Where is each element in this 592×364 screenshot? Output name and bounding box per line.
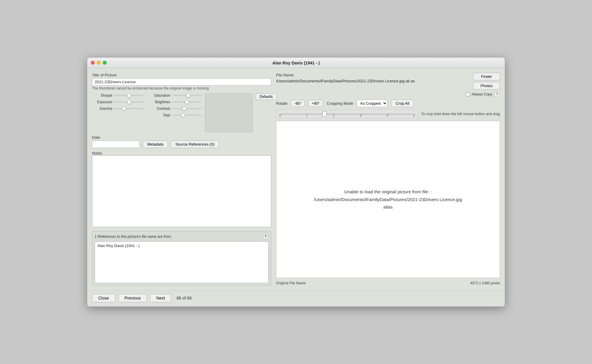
left-panel: Title of Picture The thumbnail cannot be…: [92, 73, 271, 286]
finder-button[interactable]: Finder: [473, 73, 500, 80]
file-path: /Users/admin/Documents/iFamilyData/Pictu…: [276, 78, 463, 84]
page-info: 86 of 86: [177, 296, 192, 300]
tick-4: 4: [387, 114, 388, 117]
date-section: Date Metadata Source References (0): [92, 135, 271, 148]
metadata-button[interactable]: Metadata: [143, 141, 168, 148]
photos-button[interactable]: Photos: [473, 82, 500, 90]
references-list: Alan Roy Davis (1941 - ): [95, 241, 269, 283]
notes-section: Notes: [92, 151, 271, 228]
notes-label: Notes: [92, 151, 271, 155]
title-of-picture-section: Title of Picture The thumbnail cannot be…: [92, 73, 271, 90]
tick-1: 1: [306, 114, 308, 117]
sepi-slider[interactable]: [172, 115, 202, 116]
sliders-thumbnail-area: Sharpe Exposure Gamma: [92, 93, 271, 132]
thumbnail: [205, 93, 253, 132]
always-copy-checkbox[interactable]: [466, 92, 470, 96]
exposure-slider[interactable]: [114, 101, 144, 103]
brightnes-label: Brightnes: [146, 100, 170, 104]
ruler-ticks: 0 1 2 3 4 5: [279, 114, 415, 117]
previous-button[interactable]: Previous: [118, 294, 147, 302]
window-controls: [91, 61, 107, 65]
image-error-message: Unable to load the original picture from…: [314, 188, 462, 211]
references-section: 1 References to this picture's file name…: [92, 231, 271, 286]
rotate-neg-button[interactable]: -90°: [291, 100, 305, 107]
minimize-dot[interactable]: [97, 61, 101, 65]
drag-hint: To crop hold down the left mouse button …: [421, 112, 500, 116]
contrast-slider[interactable]: [172, 108, 202, 109]
date-row: Metadata Source References (0): [92, 141, 271, 148]
defaults-button[interactable]: Defaults: [256, 93, 277, 100]
ruler[interactable]: 0 1 2 3 4 5: [276, 109, 418, 118]
tick-2: 2: [333, 114, 335, 117]
date-input[interactable]: [92, 141, 140, 148]
tick-5: 5: [413, 114, 415, 117]
always-copy-row: Always Copy ?: [466, 91, 500, 97]
crop-all-button[interactable]: Crop All: [391, 100, 414, 107]
sepi-label: Sepi: [146, 113, 170, 117]
gamma-label: Gamma: [92, 107, 112, 111]
reference-item: Alan Roy Davis (1941 - ): [97, 243, 140, 248]
references-help-button[interactable]: ?: [263, 234, 269, 240]
brightnes-slider[interactable]: [172, 101, 202, 103]
exposure-label: Exposure: [92, 100, 112, 104]
crop-mode-select[interactable]: As Cropped: [357, 100, 387, 107]
rotate-crop-controls: Rotate -90° +90° Cropping Mode As Croppe…: [276, 100, 414, 107]
brightnes-row: Brightnes: [146, 100, 202, 104]
saturation-slider[interactable]: [172, 95, 202, 96]
ruler-section: 0 1 2 3 4 5 To crop hold down the left m…: [276, 109, 500, 118]
sliders-wrapper: Sharpe Exposure Gamma: [92, 93, 202, 117]
title-of-picture-label: Title of Picture: [92, 73, 271, 77]
always-copy-label: Always Copy: [472, 92, 492, 96]
next-button[interactable]: Next: [150, 294, 171, 302]
contrast-label: Contrast: [146, 107, 170, 111]
crop-mode-label: Cropping Mode: [327, 101, 353, 106]
file-name-label: File Name: [276, 73, 463, 77]
gamma-slider[interactable]: [114, 108, 144, 109]
right-buttons: Finder Photos Always Copy ?: [466, 73, 500, 97]
tick-3: 3: [360, 114, 361, 117]
thumbnail-warning: The thumbnail cannot be enhanced because…: [92, 86, 271, 90]
gamma-row: Gamma: [92, 107, 144, 111]
maximize-dot[interactable]: [103, 61, 107, 65]
file-name-section: File Name /Users/admin/Documents/iFamily…: [276, 73, 500, 97]
sharpe-slider[interactable]: [114, 95, 144, 96]
always-copy-help-button[interactable]: ?: [494, 91, 500, 97]
footer: Close Previous Next 86 of 86: [87, 291, 505, 306]
rotate-pos-button[interactable]: +90°: [308, 100, 323, 107]
sepi-row: Sepi: [146, 113, 202, 117]
tick-0: 0: [279, 114, 281, 117]
original-file-name-label: Original File Name: [276, 281, 306, 285]
notes-textarea[interactable]: [92, 155, 271, 227]
main-window: Alan Roy Davis (1941 - ) Title of Pictur…: [87, 57, 505, 307]
image-display-area: Unable to load the original picture from…: [276, 121, 500, 278]
file-name-block: File Name /Users/admin/Documents/iFamily…: [276, 73, 463, 84]
main-content: Title of Picture The thumbnail cannot be…: [87, 68, 505, 291]
references-header-text: 1 References to this picture's file name…: [95, 235, 172, 239]
saturation-label: Saturation: [146, 93, 170, 98]
contrast-row: Contrast: [146, 107, 202, 111]
image-dimensions: 4072 x 2480 pixels: [470, 281, 500, 285]
source-references-button[interactable]: Source References (0): [171, 141, 219, 148]
ref-header: 1 References to this picture's file name…: [95, 234, 269, 240]
saturation-row: Saturation: [146, 93, 202, 98]
sliders-col-1: Sharpe Exposure Gamma: [92, 93, 144, 117]
right-panel: File Name /Users/admin/Documents/iFamily…: [276, 73, 500, 286]
title-bar: Alan Roy Davis (1941 - ): [87, 58, 505, 68]
exposure-row: Exposure: [92, 100, 144, 104]
image-footer: Original File Name 4072 x 2480 pixels: [276, 280, 500, 286]
sliders-col-2: Saturation Brightnes Contrast Sepi: [146, 93, 202, 117]
rotate-label: Rotate: [276, 101, 287, 106]
date-label: Date: [92, 135, 271, 140]
close-button[interactable]: Close: [92, 294, 115, 302]
sharpe-label: Sharpe: [92, 93, 112, 98]
window-title: Alan Roy Davis (1941 - ): [272, 61, 320, 65]
close-dot[interactable]: [91, 61, 95, 65]
title-of-picture-input[interactable]: [92, 78, 271, 86]
sharpe-row: Sharpe: [92, 93, 144, 98]
